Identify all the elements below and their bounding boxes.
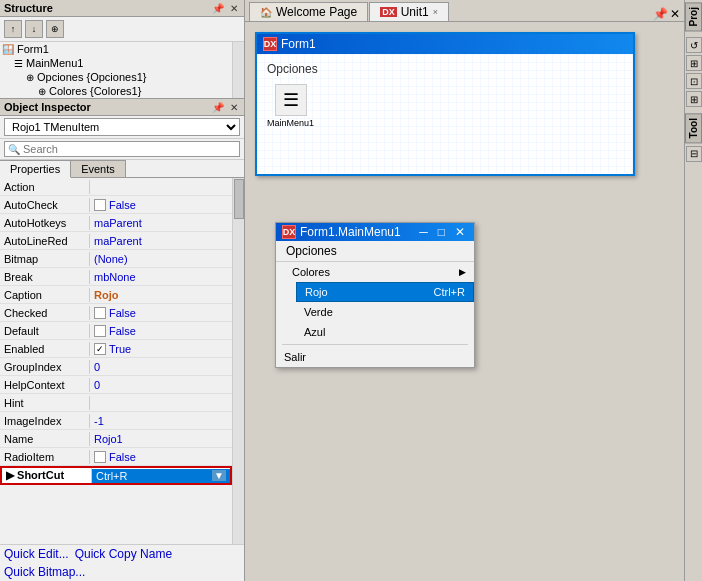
form-window: DX Form1 Opciones ☰ MainMenu1 [255, 32, 635, 176]
menu-maximize-btn[interactable]: □ [435, 225, 448, 239]
prop-value-default: False [90, 324, 232, 338]
prop-row-enabled[interactable]: Enabled True [0, 340, 232, 358]
quick-copy-link[interactable]: Quick Copy Name [75, 547, 172, 561]
mainmenu-tree-icon: ☰ [14, 58, 23, 69]
prop-value-helpcontext: 0 [90, 378, 232, 392]
tree-item-form1[interactable]: 🪟 Form1 [0, 42, 232, 56]
search-input[interactable] [23, 143, 236, 155]
default-checkbox[interactable] [94, 325, 106, 337]
checked-checkbox[interactable] [94, 307, 106, 319]
quick-bitmap-link[interactable]: Quick Bitmap... [4, 565, 85, 579]
oi-object-select[interactable]: Rojo1 TMenuItem [4, 118, 240, 136]
prop-row-action[interactable]: Action [0, 178, 232, 196]
prop-name-helpcontext: HelpContext [0, 378, 90, 392]
tree-item-colores[interactable]: ⊕ Colores {Colores1} [0, 84, 232, 98]
menu-minimize-btn[interactable]: ─ [416, 225, 431, 239]
shortcut-dropdown-icon[interactable]: ▼ [212, 470, 226, 481]
right-icon-5[interactable]: ⊟ [686, 146, 702, 162]
nav-pin-icon[interactable]: 📌 [653, 7, 668, 21]
prop-row-imageindex[interactable]: ImageIndex -1 [0, 412, 232, 430]
tab-welcome-label: Welcome Page [276, 5, 357, 19]
shortcut-value-text: Ctrl+R [96, 470, 127, 482]
prop-row-checked[interactable]: Checked False [0, 304, 232, 322]
oi-close-icon[interactable]: ✕ [228, 102, 240, 113]
prop-row-caption[interactable]: Caption Rojo [0, 286, 232, 304]
right-icon-2[interactable]: ⊞ [686, 55, 702, 71]
tab-close-btn[interactable]: × [433, 7, 438, 17]
structure-titlebar: Structure 📌 ✕ [0, 0, 244, 17]
menu-item-colores[interactable]: Colores ▶ [276, 262, 474, 282]
tab-unit1[interactable]: DX Unit1 × [369, 2, 449, 21]
prop-name-imageindex: ImageIndex [0, 414, 90, 428]
prop-name-radioitem: RadioItem [0, 450, 90, 464]
prop-row-default[interactable]: Default False [0, 322, 232, 340]
prop-row-hint[interactable]: Hint [0, 394, 232, 412]
radioitem-checkbox[interactable] [94, 451, 106, 463]
prop-row-break[interactable]: Break mbNone [0, 268, 232, 286]
tool-panel-tab[interactable]: Tool [685, 113, 702, 143]
structure-scrollbar[interactable] [232, 42, 244, 98]
menu-item-verde[interactable]: Verde [296, 302, 474, 322]
opciones-icon: ⊕ [26, 72, 34, 83]
prop-row-radioitem[interactable]: RadioItem False [0, 448, 232, 466]
toolbar-btn-1[interactable]: ↑ [4, 20, 22, 38]
salir-label: Salir [284, 351, 466, 363]
prop-value-bitmap: (None) [90, 252, 232, 266]
menu-item-azul[interactable]: Azul [296, 322, 474, 342]
close-icon[interactable]: ✕ [228, 3, 240, 14]
prop-name-bitmap: Bitmap [0, 252, 90, 266]
prop-row-autocheck[interactable]: AutoCheck False [0, 196, 232, 214]
object-inspector: Object Inspector 📌 ✕ Rojo1 TMenuItem 🔍 P… [0, 99, 244, 581]
prop-value-caption: Rojo [90, 288, 232, 302]
prop-row-bitmap[interactable]: Bitmap (None) [0, 250, 232, 268]
form-titlebar: DX Form1 [257, 34, 633, 54]
prop-row-helpcontext[interactable]: HelpContext 0 [0, 376, 232, 394]
structure-tree: 🪟 Form1 ☰ MainMenu1 ⊕ Opciones {Opciones… [0, 42, 232, 98]
right-panel: Proj ↺ ⊞ ⊡ ⊞ Tool ⊟ [684, 0, 702, 581]
prop-row-autohotkeys[interactable]: AutoHotkeys maParent [0, 214, 232, 232]
toolbar-btn-2[interactable]: ↓ [25, 20, 43, 38]
oi-search-area: 🔍 [0, 139, 244, 160]
prop-row-name[interactable]: Name Rojo1 [0, 430, 232, 448]
prop-name-groupindex: GroupIndex [0, 360, 90, 374]
tree-label-opciones: Opciones {Opciones1} [37, 71, 146, 83]
pin-icon[interactable]: 📌 [210, 3, 226, 14]
right-icon-4[interactable]: ⊞ [686, 91, 702, 107]
tree-item-mainmenu1[interactable]: ☰ MainMenu1 [0, 56, 232, 70]
menu-body: Colores ▶ Rojo Ctrl+R Verde Azul [276, 262, 474, 367]
quick-edit-link[interactable]: Quick Edit... [4, 547, 69, 561]
prop-value-shortcut: Ctrl+R ▼ [92, 469, 230, 483]
form-body[interactable]: Opciones ☰ MainMenu1 [257, 54, 633, 174]
autocheck-checkbox[interactable] [94, 199, 106, 211]
tab-close-all-icon[interactable]: ✕ [670, 7, 680, 21]
canvas-area: DX Form1 Opciones ☰ MainMenu1 DX Form1.M… [245, 22, 684, 581]
tab-unit1-label: Unit1 [401, 5, 429, 19]
structure-title: Structure [4, 2, 53, 14]
menu-item-salir[interactable]: Salir [276, 347, 474, 367]
oi-scrollbar[interactable] [232, 178, 244, 544]
menu-item-rojo[interactable]: Rojo Ctrl+R [296, 282, 474, 302]
prop-name-enabled: Enabled [0, 342, 90, 356]
right-icon-1[interactable]: ↺ [686, 37, 702, 53]
menubar-opciones[interactable]: Opciones [282, 243, 341, 259]
proj-panel-tab[interactable]: Proj [685, 2, 702, 31]
tab-properties[interactable]: Properties [0, 160, 71, 178]
tab-welcome[interactable]: 🏠 Welcome Page [249, 2, 368, 21]
scrollbar-thumb[interactable] [234, 179, 244, 219]
tree-item-opciones[interactable]: ⊕ Opciones {Opciones1} [0, 70, 232, 84]
menu-close-btn[interactable]: ✕ [452, 225, 468, 239]
tab-events[interactable]: Events [71, 160, 126, 177]
menu-form-icon: DX [282, 225, 296, 239]
prop-row-groupindex[interactable]: GroupIndex 0 [0, 358, 232, 376]
right-icon-3[interactable]: ⊡ [686, 73, 702, 89]
prop-value-radioitem: False [90, 450, 232, 464]
oi-pin-icon[interactable]: 📌 [210, 102, 226, 113]
enabled-checkbox[interactable] [94, 343, 106, 355]
prop-row-shortcut[interactable]: ▶ ShortCut Ctrl+R ▼ [0, 466, 232, 485]
menu-titlebar: DX Form1.MainMenu1 ─ □ ✕ [276, 223, 474, 241]
quick-edit-area: Quick Edit... Quick Copy Name [0, 544, 244, 563]
toolbar-btn-3[interactable]: ⊕ [46, 20, 64, 38]
oi-properties-panel: Action AutoCheck False AutoHotkeys maPar… [0, 178, 244, 544]
prop-row-autolinered[interactable]: AutoLineRed maParent [0, 232, 232, 250]
prop-name-autocheck: AutoCheck [0, 198, 90, 212]
